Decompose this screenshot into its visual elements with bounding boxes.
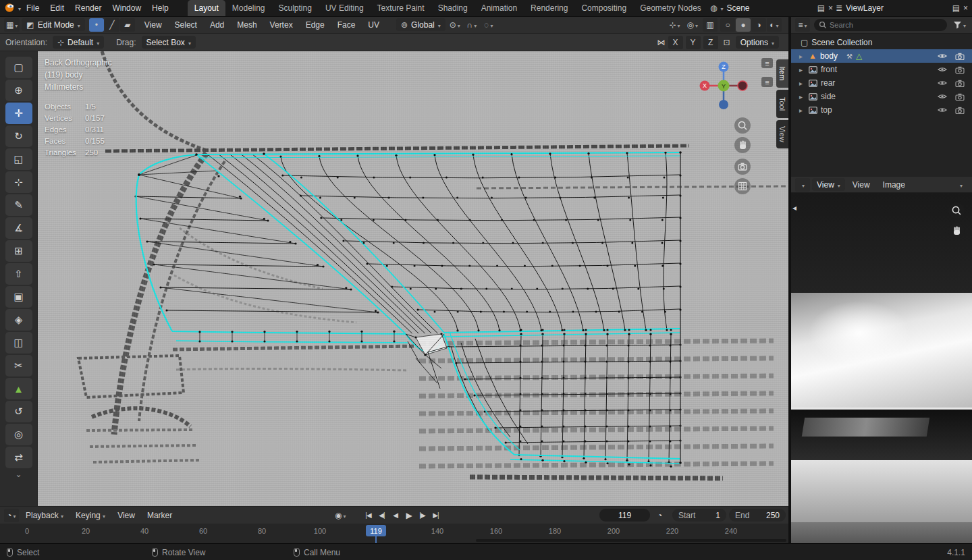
tool-loop-cut[interactable]: ◫: [5, 332, 32, 354]
expand-arrow-icon[interactable]: [799, 65, 803, 74]
scene-unlink-icon[interactable]: [828, 4, 833, 12]
scene-browse-caret[interactable]: [720, 3, 723, 13]
orientation-dropdown[interactable]: Default: [53, 36, 104, 49]
zoom-button[interactable]: [734, 117, 751, 134]
render-toggle[interactable]: [950, 90, 969, 103]
expand-arrow-icon[interactable]: [799, 79, 803, 87]
menu-uv[interactable]: UV: [362, 16, 385, 33]
playback-menu[interactable]: Playback: [20, 507, 69, 524]
workspace-tab-uv-editing[interactable]: UV Editing: [319, 0, 371, 16]
jump-to-end-button[interactable]: ▶|: [429, 509, 442, 522]
tool-poly-build[interactable]: ▲: [5, 378, 32, 399]
image-pan-button[interactable]: [948, 223, 965, 239]
tool-cursor[interactable]: ⊕: [5, 80, 32, 101]
menu-select[interactable]: Select: [169, 16, 202, 33]
menu-mesh[interactable]: Mesh: [232, 16, 262, 33]
render-toggle[interactable]: [950, 49, 969, 63]
mirror-z-toggle[interactable]: Z: [703, 36, 718, 49]
scene-selector[interactable]: Scene: [710, 3, 833, 13]
tool-transform[interactable]: ⊹: [5, 171, 32, 193]
workspace-tab-layout[interactable]: Layout: [188, 0, 225, 16]
timeline-scrollbar[interactable]: [476, 539, 786, 542]
render-toggle[interactable]: [950, 63, 969, 76]
play-reverse-button[interactable]: ◀: [389, 509, 402, 522]
material-preview-button[interactable]: [751, 18, 766, 32]
outliner-row-top[interactable]: top: [791, 103, 972, 117]
play-button[interactable]: ▶: [402, 509, 415, 522]
tool-bevel[interactable]: ◈: [5, 309, 32, 331]
mode-selector[interactable]: Edit Mode: [22, 18, 84, 31]
navigation-gizmo[interactable]: Z X Y: [698, 60, 749, 111]
menu-view[interactable]: View: [139, 16, 167, 33]
viewlayer-selector[interactable]: ViewLayer: [836, 3, 968, 13]
jump-to-start-button[interactable]: |◀: [362, 509, 375, 522]
menu-add[interactable]: Add: [205, 16, 230, 33]
hide-toggle[interactable]: [933, 76, 952, 90]
drag-dropdown[interactable]: Select Box: [142, 36, 196, 49]
render-toggle[interactable]: [950, 103, 969, 117]
expand-arrow-icon[interactable]: [799, 92, 803, 101]
hide-toggle[interactable]: [933, 63, 952, 76]
workspace-tab-texture-paint[interactable]: Texture Paint: [371, 0, 431, 16]
tool-rotate[interactable]: ↻: [5, 125, 32, 147]
keying-set-caret[interactable]: [343, 511, 346, 520]
options-dropdown[interactable]: Options: [736, 36, 779, 49]
viewlayer-name[interactable]: ViewLayer: [846, 3, 949, 13]
outliner-row-body[interactable]: body: [791, 49, 972, 63]
next-keyframe-button[interactable]: |▶: [416, 509, 429, 522]
playhead-line[interactable]: [375, 536, 377, 543]
tool-smooth[interactable]: ◎: [5, 424, 32, 445]
show-gizmo-dropdown[interactable]: [667, 18, 682, 32]
frame-end-field[interactable]: End 250: [729, 509, 786, 522]
image-datablock-dropdown[interactable]: [953, 178, 968, 192]
collection-label[interactable]: Scene Collection: [811, 38, 872, 47]
tool-select-box[interactable]: ▢: [5, 57, 32, 78]
tool-knife[interactable]: ✂: [5, 355, 32, 376]
tool-measure[interactable]: ∡: [5, 217, 32, 239]
object-name[interactable]: rear: [821, 78, 835, 88]
workspace-tab-geometry-nodes[interactable]: Geometry Nodes: [633, 0, 708, 16]
hide-toggle[interactable]: [933, 90, 952, 103]
outliner-search-box[interactable]: [814, 19, 947, 31]
current-frame-field[interactable]: 119: [599, 509, 650, 522]
image-view-menu[interactable]: View: [847, 177, 875, 192]
vertex-select-mode-button[interactable]: [89, 18, 104, 32]
filter-dropdown[interactable]: [951, 18, 968, 32]
render-toggle[interactable]: [950, 76, 969, 90]
sidebar-tab-tool[interactable]: Tool: [776, 90, 788, 118]
workspace-tab-rendering[interactable]: Rendering: [524, 0, 574, 16]
auto-key-record-icon[interactable]: [335, 511, 342, 520]
tool-add-cube[interactable]: ⊞: [5, 240, 32, 262]
menu-vertex[interactable]: Vertex: [265, 16, 298, 33]
image-image-menu[interactable]: Image: [878, 177, 911, 192]
frame-start-field[interactable]: Start 1: [672, 509, 726, 522]
image-editor-canvas[interactable]: [791, 193, 972, 543]
marker-menu[interactable]: Marker: [142, 507, 178, 524]
tool-spin[interactable]: ↺: [5, 401, 32, 422]
sidebar-region-menu-icon[interactable]: [761, 77, 773, 87]
face-select-mode-button[interactable]: [120, 18, 135, 32]
menu-edit[interactable]: Edit: [45, 0, 70, 16]
transform-orientation-dropdown[interactable]: Global: [396, 18, 446, 31]
snap-toggle[interactable]: [464, 18, 479, 32]
toggle-orthographic-button[interactable]: [734, 178, 751, 194]
viewlayer-remove-icon[interactable]: [963, 4, 968, 12]
menu-render[interactable]: Render: [70, 0, 107, 16]
hide-toggle[interactable]: [933, 49, 952, 63]
menu-help[interactable]: Help: [146, 0, 174, 16]
editor-divider[interactable]: [788, 16, 791, 543]
object-name[interactable]: top: [821, 105, 832, 115]
hide-toggle[interactable]: [933, 103, 952, 117]
toggle-xray-button[interactable]: [703, 18, 718, 32]
gizmo-z-neg-axis[interactable]: [719, 100, 728, 109]
tool-extrude-region[interactable]: ⇧: [5, 263, 32, 285]
tool-move[interactable]: ✛: [5, 103, 32, 124]
proportional-editing-toggle[interactable]: [481, 18, 496, 32]
menu-edge[interactable]: Edge: [300, 16, 330, 33]
snap-base-icon[interactable]: [724, 38, 730, 47]
expand-arrow-icon[interactable]: [799, 106, 803, 114]
mesh-data-icon[interactable]: [856, 52, 862, 60]
tool-annotate[interactable]: ✎: [5, 194, 32, 216]
menu-face[interactable]: Face: [332, 16, 361, 33]
menu-file[interactable]: File: [21, 0, 45, 16]
